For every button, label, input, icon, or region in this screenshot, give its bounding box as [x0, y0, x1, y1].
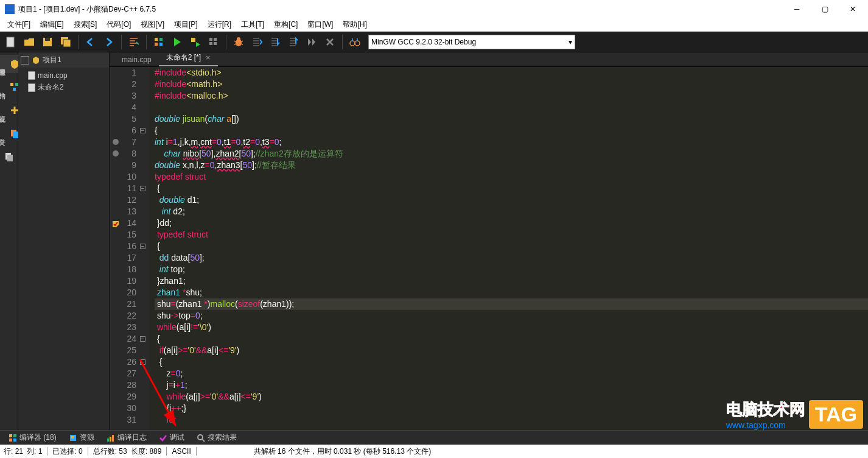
svg-rect-9: [191, 38, 195, 42]
svg-rect-2: [45, 38, 50, 41]
breakpoint-icon[interactable]: [113, 139, 119, 145]
breakpoint-icon[interactable]: [113, 150, 119, 157]
log-icon: [107, 434, 115, 442]
menu-code[interactable]: 代码[O]: [102, 18, 136, 31]
svg-rect-8: [159, 43, 163, 46]
collapse-toggle-icon[interactable]: [21, 56, 29, 65]
maximize-button[interactable]: ▢: [811, 0, 839, 18]
search-icon: [197, 434, 205, 442]
editor-area: main.cpp 未命名2 [*]× 123456789101112131415…: [110, 52, 868, 430]
format-icon[interactable]: [125, 33, 142, 51]
rebuild-icon[interactable]: [205, 33, 222, 51]
tab-main[interactable]: main.cpp: [114, 53, 159, 66]
save-all-icon[interactable]: [57, 33, 74, 51]
menu-window[interactable]: 窗口[W]: [303, 18, 338, 31]
step-over-icon[interactable]: [248, 33, 265, 51]
menu-edit[interactable]: 编辑[E]: [35, 18, 69, 31]
compile-run-icon[interactable]: [187, 33, 204, 51]
compiler-label: MinGW GCC 9.2.0 32-bit Debug: [371, 38, 476, 46]
btab-debug[interactable]: 调试: [154, 431, 189, 444]
menu-file[interactable]: 文件[F]: [2, 18, 35, 31]
stop-icon[interactable]: [321, 33, 338, 51]
step-out-icon[interactable]: [285, 33, 302, 51]
menu-search[interactable]: 搜索[S]: [69, 18, 102, 31]
debug-icon[interactable]: [230, 33, 247, 51]
vtab-copy[interactable]: [2, 147, 16, 166]
svg-rect-10: [209, 38, 212, 41]
svg-rect-6: [159, 38, 163, 41]
svg-rect-31: [71, 436, 74, 439]
minimize-button[interactable]: ─: [783, 0, 811, 18]
svg-point-15: [237, 37, 240, 41]
svg-rect-7: [155, 43, 158, 46]
svg-point-17: [355, 41, 360, 46]
close-tab-icon[interactable]: ×: [206, 53, 211, 62]
watermark: 电脑技术网 www.tagxp.com TAG: [726, 399, 863, 430]
search-binoculars-icon[interactable]: [346, 33, 363, 51]
svg-rect-24: [7, 155, 13, 161]
new-file-icon[interactable]: [2, 33, 19, 51]
tree-file[interactable]: 未命名2: [26, 81, 109, 94]
code-editor[interactable]: 1234567891011121314151617181920212223242…: [110, 67, 868, 430]
status-selected: 已选择: 0: [52, 446, 82, 457]
tree-file[interactable]: main.cpp: [26, 70, 109, 81]
svg-rect-20: [13, 88, 16, 91]
save-icon[interactable]: [39, 33, 56, 51]
compiler-select[interactable]: MinGW GCC 9.2.0 32-bit Debug ▾: [368, 35, 575, 49]
status-bar: 行: 21 列: 1 已选择: 0 总行数: 53 长度: 889 ASCII …: [0, 445, 868, 458]
fold-toggle-icon[interactable]: [140, 336, 145, 342]
btab-log[interactable]: 编译日志: [102, 431, 152, 444]
svg-rect-32: [107, 439, 109, 442]
check-icon: [159, 434, 167, 442]
svg-rect-22: [13, 132, 18, 138]
fold-toggle-icon[interactable]: [140, 244, 145, 249]
menu-view[interactable]: 视图[V]: [136, 18, 169, 31]
svg-rect-12: [209, 42, 212, 45]
project-shield-icon: [32, 56, 40, 65]
project-tree: main.cpp 未命名2: [18, 68, 109, 94]
menu-run[interactable]: 运行[R]: [203, 18, 236, 31]
menu-help[interactable]: 帮助[H]: [338, 18, 371, 31]
bottom-panel-tabs: 编译器 (18) 资源 编译日志 调试 搜索结果: [0, 430, 868, 445]
run-icon[interactable]: [169, 33, 186, 51]
window-title: 项目1 - [项目1.dev] - 小熊猫Dev-C++ 6.7.5: [18, 4, 783, 15]
fold-toggle-icon[interactable]: [140, 128, 145, 133]
project-header: 项目1: [18, 52, 109, 68]
back-icon[interactable]: [82, 33, 99, 51]
status-length: 长度: 889: [131, 446, 162, 457]
tab-unnamed2[interactable]: 未命名2 [*]×: [159, 50, 218, 66]
close-button[interactable]: ✕: [839, 0, 867, 18]
fold-toggle-icon[interactable]: [140, 186, 145, 191]
grid-icon[interactable]: [150, 33, 167, 51]
menu-refactor[interactable]: 重构[C]: [269, 18, 303, 31]
open-file-icon[interactable]: [21, 33, 38, 51]
status-encoding: ASCII: [172, 447, 191, 456]
breakpoint-gutter[interactable]: [110, 67, 122, 430]
svg-rect-26: [9, 434, 12, 437]
file-icon: [28, 83, 35, 92]
btab-resources[interactable]: 资源: [64, 431, 99, 444]
bookmark-icon[interactable]: [112, 219, 119, 227]
copy-icon: [4, 151, 15, 162]
btab-compiler[interactable]: 编译器 (18): [4, 431, 61, 444]
menu-tools[interactable]: 工具[T]: [236, 18, 269, 31]
svg-rect-27: [13, 434, 16, 437]
fold-toggle-icon[interactable]: [140, 359, 145, 365]
svg-rect-5: [155, 38, 158, 41]
status-line: 行: 21: [4, 446, 23, 457]
menu-bar: 文件[F] 编辑[E] 搜索[S] 代码[O] 视图[V] 项目[P] 运行[R…: [0, 18, 868, 32]
sidebar-vertical-tabs: 项目管理 结构 监视 文件: [0, 52, 18, 430]
fold-gutter[interactable]: [140, 67, 150, 430]
line-number-gutter: 1234567891011121314151617181920212223242…: [122, 67, 140, 430]
continue-icon[interactable]: [303, 33, 320, 51]
project-name[interactable]: 项目1: [43, 55, 61, 65]
menu-project[interactable]: 项目[P]: [169, 18, 203, 31]
code-content[interactable]: #include<stdio.h> #include<math.h> #incl…: [150, 67, 868, 430]
step-into-icon[interactable]: [267, 33, 284, 51]
svg-point-35: [198, 435, 203, 440]
app-icon: [5, 4, 15, 14]
svg-rect-11: [214, 38, 217, 41]
forward-icon[interactable]: [100, 33, 117, 51]
svg-rect-29: [13, 439, 16, 442]
btab-search-results[interactable]: 搜索结果: [192, 431, 242, 444]
